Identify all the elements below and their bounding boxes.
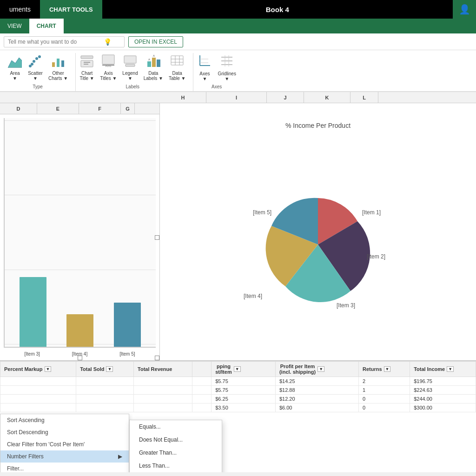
svg-rect-17 — [124, 56, 136, 63]
resize-handle-b[interactable] — [78, 356, 82, 360]
tab-chart[interactable]: CHART — [29, 19, 64, 33]
th-returns: Returns ▼ — [358, 362, 410, 377]
clear-filter-item[interactable]: Clear Filter from 'Cost Per Item' — [0, 438, 129, 450]
other-charts-icon — [51, 54, 65, 70]
other-charts-label: OtherCharts ▼ — [48, 71, 68, 81]
th-total-sold: Total Sold ▼ — [76, 362, 134, 377]
table-row: $6.25 $12.20 0 $244.00 — [0, 395, 476, 403]
profit-dropdown[interactable]: ▼ — [317, 366, 324, 372]
scatter-chart-button[interactable]: Scatter▼ — [26, 53, 45, 82]
search-input[interactable] — [8, 39, 101, 45]
svg-text:A: A — [153, 54, 155, 57]
svg-text:[Item 5]: [Item 5] — [253, 209, 271, 216]
col-header-j: J — [267, 92, 304, 103]
th-empty — [192, 362, 211, 377]
tab-view[interactable]: VIEW — [0, 19, 29, 33]
svg-rect-18 — [126, 64, 135, 66]
resize-handle-r[interactable] — [155, 235, 159, 240]
number-filters-item[interactable]: Number Filters ▶ — [0, 450, 129, 463]
axes-label: Axes▼ — [199, 71, 210, 81]
th-total-income: Total Income ▼ — [410, 362, 476, 377]
gridlines-label: Gridlines▼ — [218, 71, 236, 81]
menu-equals[interactable]: Equals... — [130, 420, 222, 433]
svg-text:[Item 4]: [Item 4] — [244, 293, 262, 299]
svg-rect-19 — [147, 61, 151, 67]
labels-group-items: ChartTitle ▼ Axis AxisTitles ▼ Legend▼ A… — [78, 53, 187, 82]
bar-item3 — [20, 277, 46, 347]
svg-rect-10 — [81, 56, 93, 59]
sort-descending-item[interactable]: Sort Descending — [0, 426, 129, 438]
pie-chart-title: % Income Per Product — [285, 122, 350, 129]
menu-less-than[interactable]: Less Than... — [130, 459, 222, 472]
chart-tools-tab[interactable]: CHART TOOLS — [40, 0, 102, 19]
axes-icon — [197, 53, 212, 70]
data-table-button[interactable]: DataTable ▼ — [167, 53, 188, 82]
bar-item4 — [66, 314, 93, 347]
column-headers: H I J K L — [0, 92, 476, 103]
svg-text:A: A — [148, 58, 150, 61]
data-table-area: Sort Ascending Sort Descending Clear Fil… — [0, 361, 476, 472]
svg-rect-14 — [102, 55, 114, 64]
svg-point-3 — [35, 57, 38, 60]
legend-icon — [123, 54, 137, 70]
data-table-icon — [170, 54, 184, 70]
svg-rect-8 — [57, 59, 60, 67]
data-labels-button[interactable]: AA DataLabels ▼ — [142, 53, 165, 82]
gridlines-icon — [219, 53, 234, 70]
total-sold-dropdown[interactable]: ▼ — [106, 366, 113, 372]
svg-rect-7 — [52, 62, 55, 67]
col-header-h: H — [160, 92, 206, 103]
table-row: $3.50 $6.00 0 $300.00 — [0, 403, 476, 412]
area-chart-button[interactable]: Area▼ — [6, 53, 24, 82]
sort-ascending-item[interactable]: Sort Ascending — [0, 414, 129, 426]
bar-item4-bar — [66, 314, 93, 347]
axis-titles-button[interactable]: Axis AxisTitles ▼ — [98, 53, 119, 82]
filter-item[interactable]: Filter... — [0, 463, 129, 472]
user-icon[interactable]: 👤 — [453, 0, 476, 19]
data-labels-label: DataLabels ▼ — [144, 71, 163, 81]
menu-not-equal[interactable]: Does Not Equal... — [130, 433, 222, 446]
percent-markup-dropdown[interactable]: ▼ — [45, 366, 52, 372]
type-group-label: Type — [6, 82, 70, 89]
axes-button[interactable]: Axes▼ — [195, 53, 214, 82]
th-percent-markup: Percent Markup ▼ — [0, 362, 76, 377]
bar-label-item3: [Item 3] — [24, 351, 40, 357]
open-excel-button[interactable]: OPEN IN EXCEL — [128, 36, 183, 47]
other-charts-button[interactable]: OtherCharts ▼ — [46, 53, 70, 82]
data-table: Percent Markup ▼ Total Sold ▼ Total Reve… — [0, 361, 476, 412]
th-profit-per-item: Profit per Item(incl. shipping) ▼ — [275, 362, 358, 377]
ribbon-group-axes: Axes▼ Gridlines▼ Axes — [193, 53, 243, 91]
chart-title-button[interactable]: ChartTitle ▼ — [78, 53, 96, 82]
col-header-d: D — [0, 103, 37, 114]
svg-text:Axis: Axis — [106, 64, 112, 67]
ribbon-toolbar: Area▼ Scatter▼ OtherCharts ▼ Type — [0, 50, 476, 92]
svg-text:[Item 1]: [Item 1] — [362, 209, 381, 216]
spreadsheet-area: H I J K L D E F G — [0, 92, 476, 472]
income-dropdown[interactable]: ▼ — [447, 366, 454, 372]
svg-point-6 — [29, 65, 32, 67]
chart-title-icon — [80, 54, 94, 70]
chart-title-label: ChartTitle ▼ — [80, 71, 94, 81]
returns-dropdown[interactable]: ▼ — [384, 366, 391, 372]
col-header-k: K — [304, 92, 350, 103]
svg-rect-20 — [152, 58, 156, 67]
lightbulb-icon: 💡 — [104, 38, 112, 46]
gridlines-button[interactable]: Gridlines▼ — [216, 53, 238, 82]
bar-item3-bar — [20, 277, 46, 347]
resize-handle-br[interactable] — [155, 356, 159, 360]
legend-button[interactable]: Legend▼ — [120, 53, 139, 82]
data-labels-icon: AA — [146, 54, 160, 70]
svg-rect-21 — [157, 60, 160, 67]
col-header-l: L — [350, 92, 378, 103]
svg-point-5 — [38, 55, 41, 58]
scatter-chart-label: Scatter▼ — [28, 71, 43, 81]
svg-point-4 — [33, 60, 35, 63]
col-header-g: G — [121, 103, 135, 114]
cost-item-dropdown[interactable]: ▼ — [234, 366, 241, 372]
search-box[interactable]: 💡 — [4, 36, 125, 47]
menu-greater-than[interactable]: Greater Than... — [130, 446, 222, 459]
svg-rect-9 — [61, 60, 64, 67]
data-table-label: DataTable ▼ — [169, 71, 186, 81]
filter-dropdown-panel: Sort Ascending Sort Descending Clear Fil… — [0, 414, 129, 472]
area-chart-label: Area▼ — [10, 71, 20, 81]
